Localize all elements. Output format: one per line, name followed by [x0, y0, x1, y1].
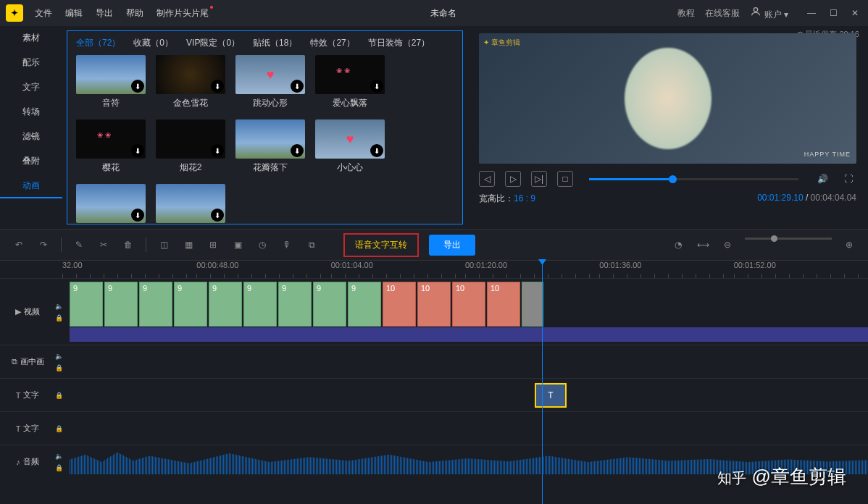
asset-thumb[interactable]: ⬇心形泡泡: [156, 184, 225, 224]
lock-icon[interactable]: 🔒: [55, 314, 65, 322]
playhead[interactable]: [542, 261, 543, 504]
time-ruler[interactable]: 32.0000:00:48.0000:01:04.0000:01:20.0000…: [0, 261, 868, 278]
asset-thumb[interactable]: ⬇小心心: [315, 119, 385, 174]
video-clip[interactable]: 10: [417, 282, 451, 327]
download-icon[interactable]: ⬇: [291, 144, 304, 157]
export-button[interactable]: 导出: [429, 235, 475, 256]
record-icon[interactable]: ⧉: [304, 238, 319, 252]
asset-tab[interactable]: 收藏（0）: [133, 37, 173, 49]
video-clip[interactable]: 10: [452, 282, 485, 327]
crop-icon[interactable]: ◫: [157, 238, 171, 252]
sidebar-text[interactable]: 文字: [0, 75, 62, 100]
cut-icon[interactable]: ✂: [96, 238, 111, 252]
video-clip[interactable]: 9: [209, 282, 242, 327]
sidebar-filter[interactable]: 滤镜: [0, 125, 62, 149]
asset-thumb[interactable]: ⬇爱心飘落: [315, 55, 385, 109]
link-tutorial[interactable]: 教程: [677, 7, 695, 20]
asset-tab[interactable]: 全部（72）: [76, 37, 120, 49]
link-support[interactable]: 在线客服: [705, 7, 740, 20]
video-clip[interactable]: 10: [383, 282, 416, 327]
mute-icon[interactable]: 🔈: [55, 453, 65, 460]
asset-label: 金色雪花: [156, 97, 225, 109]
prev-frame-button[interactable]: ◁: [479, 171, 495, 187]
preview-scrubber[interactable]: [589, 178, 798, 180]
video-clip[interactable]: 9: [243, 282, 277, 327]
titlebar: ✦ 文件 编辑 导出 帮助 制作片头片尾 未命名 教程 在线客服 账户 ▾ — …: [0, 0, 868, 26]
sidebar-overlay[interactable]: 叠附: [0, 149, 62, 174]
split-icon[interactable]: ⊞: [206, 238, 220, 252]
voice-icon[interactable]: 🎙: [280, 238, 294, 252]
lock-icon[interactable]: 🔒: [55, 364, 65, 371]
download-icon[interactable]: ⬇: [291, 80, 304, 93]
window-minimize[interactable]: —: [804, 6, 819, 20]
asset-thumb[interactable]: ⬇跳动心形: [235, 55, 305, 109]
video-audio-strip[interactable]: [70, 327, 868, 342]
menu-edit[interactable]: 编辑: [65, 7, 83, 20]
download-icon[interactable]: ⬇: [211, 80, 224, 93]
lock-icon[interactable]: 🔒: [55, 464, 65, 471]
lock-icon[interactable]: 🔒: [55, 425, 65, 432]
video-clip[interactable]: 9: [104, 282, 138, 327]
next-frame-button[interactable]: ▷|: [531, 171, 547, 187]
mosaic-icon[interactable]: ▦: [181, 238, 196, 252]
video-clip[interactable]: 10: [487, 282, 520, 327]
sidebar-animation[interactable]: 动画: [0, 174, 62, 198]
fit-icon[interactable]: ⟷: [696, 238, 710, 252]
window-close[interactable]: ✕: [848, 6, 862, 20]
download-icon[interactable]: ⬇: [131, 209, 144, 222]
undo-icon[interactable]: ↶: [12, 238, 26, 252]
window-maximize[interactable]: ☐: [826, 6, 840, 20]
video-clip[interactable]: 9: [348, 282, 381, 327]
speed-icon[interactable]: ◷: [255, 238, 270, 252]
video-clip[interactable]: 9: [278, 282, 312, 327]
menu-export[interactable]: 导出: [96, 7, 113, 20]
account-menu[interactable]: 账户 ▾: [750, 6, 788, 21]
lock-icon[interactable]: 🔒: [55, 392, 65, 399]
zoom-in-icon[interactable]: ⊕: [842, 238, 856, 252]
asset-thumb[interactable]: ⬇樱花: [76, 119, 146, 174]
video-clip[interactable]: [522, 282, 543, 327]
sidebar-material[interactable]: 素材: [0, 26, 62, 51]
volume-icon[interactable]: 🔊: [814, 171, 830, 187]
mute-icon[interactable]: 🔈: [55, 353, 65, 360]
sidebar-music[interactable]: 配乐: [0, 51, 62, 75]
download-icon[interactable]: ⬇: [211, 209, 224, 222]
menu-file[interactable]: 文件: [35, 7, 52, 20]
video-clip[interactable]: 9: [174, 282, 207, 327]
asset-thumb[interactable]: ⬇音符: [76, 55, 146, 109]
preview-viewport[interactable]: ✦ 章鱼剪辑 HAPPY TIME: [479, 33, 856, 164]
asset-tab[interactable]: 节日装饰（27）: [368, 37, 430, 49]
download-icon[interactable]: ⬇: [370, 80, 383, 93]
mute-icon[interactable]: 🔈: [55, 303, 65, 310]
delete-icon[interactable]: 🗑: [121, 238, 135, 252]
zoom-slider[interactable]: [745, 238, 832, 240]
zoom-out-icon[interactable]: ⊖: [720, 238, 735, 252]
fullscreen-icon[interactable]: ⛶: [840, 171, 856, 187]
menu-help[interactable]: 帮助: [126, 7, 143, 20]
asset-tab[interactable]: VIP限定（0）: [186, 37, 240, 49]
aspect-ratio[interactable]: 16 : 9: [514, 193, 535, 203]
download-icon[interactable]: ⬇: [131, 144, 144, 157]
download-icon[interactable]: ⬇: [370, 144, 383, 157]
freeze-icon[interactable]: ▣: [230, 238, 245, 252]
play-button[interactable]: ▷: [505, 171, 521, 187]
asset-tab[interactable]: 特效（27）: [310, 37, 354, 49]
text-clip-selected[interactable]: T: [535, 383, 567, 408]
menu-intro-outro[interactable]: 制作片头片尾: [157, 7, 209, 20]
asset-thumb[interactable]: ⬇结尾花: [76, 184, 146, 224]
asset-tab[interactable]: 贴纸（18）: [253, 37, 297, 49]
sidebar-transition[interactable]: 转场: [0, 100, 62, 125]
asset-thumb[interactable]: ⬇花瓣落下: [235, 119, 305, 174]
download-icon[interactable]: ⬇: [211, 144, 224, 157]
voice-text-button[interactable]: 语音文字互转: [343, 233, 419, 257]
video-clip[interactable]: 9: [139, 282, 172, 327]
video-clip[interactable]: 9: [70, 282, 103, 327]
asset-thumb[interactable]: ⬇金色雪花: [156, 55, 225, 109]
edit-icon[interactable]: ✎: [72, 238, 86, 252]
download-icon[interactable]: ⬇: [131, 80, 144, 93]
stop-button[interactable]: □: [557, 171, 573, 187]
video-clip[interactable]: 9: [313, 282, 346, 327]
redo-icon[interactable]: ↷: [36, 238, 51, 252]
asset-thumb[interactable]: ⬇烟花2: [156, 119, 225, 174]
marker-icon[interactable]: ◔: [671, 238, 685, 252]
